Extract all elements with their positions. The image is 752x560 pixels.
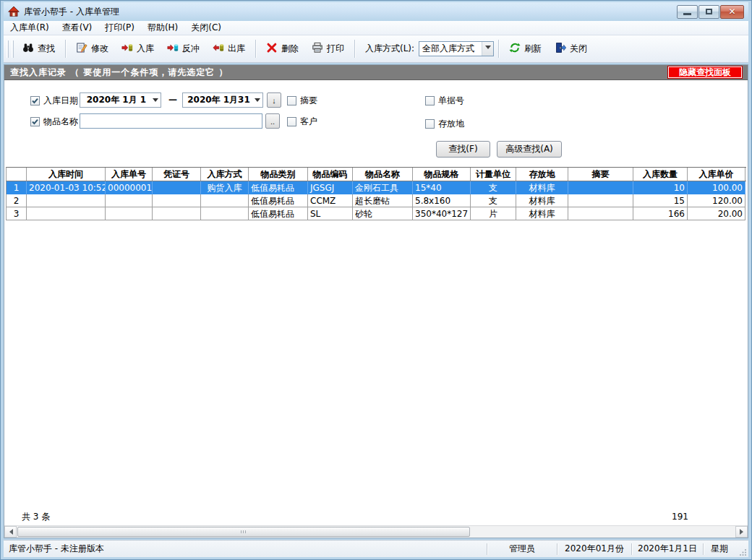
grid-column-header[interactable]: 入库单价 <box>688 168 745 181</box>
date-down-button[interactable]: ↓ <box>267 92 281 108</box>
inbound-mode-select[interactable]: 全部入库方式 <box>419 41 494 56</box>
doc-no-checkbox[interactable]: 单据号 <box>425 93 464 108</box>
delete-button[interactable]: 删除 <box>260 39 304 59</box>
chevron-down-icon[interactable] <box>482 42 493 56</box>
grid-cell[interactable] <box>201 207 249 220</box>
customer-checkbox[interactable]: 客户 <box>287 114 317 129</box>
menu-item-close[interactable]: 关闭(C) <box>184 21 228 35</box>
scrollbar-thumb[interactable] <box>17 527 470 537</box>
grid-column-header[interactable]: 入库数量 <box>633 168 688 181</box>
grid-cell[interactable]: 砂轮 <box>353 207 413 220</box>
reverse-button[interactable]: 反冲 <box>161 39 205 59</box>
grid-cell[interactable]: 20.00 <box>688 207 745 220</box>
grid-cell[interactable]: 15*40 <box>413 181 471 194</box>
scroll-left-button[interactable] <box>4 526 17 538</box>
refresh-button[interactable]: 刷新 <box>503 39 547 59</box>
horizontal-scrollbar[interactable] <box>4 525 748 538</box>
minimize-button[interactable] <box>677 5 698 19</box>
grid-cell[interactable]: 低值易耗品 <box>249 207 308 220</box>
grid-cell[interactable] <box>153 194 201 207</box>
grid-cell[interactable] <box>106 194 153 207</box>
grid-column-header[interactable]: 物品名称 <box>353 168 413 181</box>
scroll-right-button[interactable] <box>735 526 748 538</box>
grid-cell[interactable]: JGSGJ <box>308 181 353 194</box>
grid-column-header[interactable]: 物品编码 <box>308 168 353 181</box>
resize-grip-icon[interactable] <box>738 540 748 557</box>
item-name-checkbox[interactable]: 物品名称 <box>30 114 78 129</box>
grid-cell[interactable] <box>106 207 153 220</box>
grid-cell[interactable]: 金刚石工具 <box>353 181 413 194</box>
grid-cell[interactable]: 支 <box>471 194 516 207</box>
advanced-search-button[interactable]: 高级查找(A) <box>497 141 562 158</box>
grid-column-header[interactable]: 物品类别 <box>249 168 308 181</box>
hide-search-panel-button[interactable]: 隐藏查找面板 <box>668 66 742 78</box>
grid-cell[interactable]: SL <box>308 207 353 220</box>
grid-cell[interactable] <box>153 207 201 220</box>
modify-button[interactable]: 修改 <box>70 39 114 59</box>
grid-cell[interactable] <box>27 207 106 220</box>
grid-cell[interactable]: CCMZ <box>308 194 353 207</box>
date-from-select[interactable]: 2020年 1月 1 <box>80 92 161 108</box>
grid-cell[interactable]: 低值易耗品 <box>249 181 308 194</box>
grid-cell[interactable]: 5.8x160 <box>413 194 471 207</box>
date-range-checkbox[interactable]: 入库日期 <box>30 93 78 108</box>
grid-cell[interactable]: 低值易耗品 <box>249 194 308 207</box>
grid-column-header[interactable]: 入库时间 <box>27 168 106 181</box>
grid-cell[interactable]: 10 <box>633 181 688 194</box>
grid-column-header[interactable]: 存放地 <box>516 168 568 181</box>
grid-cell[interactable]: 3 <box>7 207 27 220</box>
grid-cell[interactable]: 1 <box>7 181 27 194</box>
print-button[interactable]: 打印 <box>306 39 350 59</box>
grid-column-header[interactable]: 凭证号 <box>153 168 201 181</box>
grid-row[interactable]: 12020-01-03 10:5200000001购货入库低值易耗品JGSGJ金… <box>6 181 746 194</box>
close-window-button[interactable]: 关闭 <box>549 39 593 59</box>
menu-item-view[interactable]: 查看(V) <box>56 21 99 35</box>
grid-cell[interactable]: 15 <box>633 194 688 207</box>
grid-column-header[interactable]: 计量单位 <box>471 168 516 181</box>
find-button[interactable]: 查找 <box>17 39 61 59</box>
grid-row[interactable]: 2低值易耗品CCMZ超长磨钻5.8x160支材料库15120.00 <box>6 194 746 207</box>
item-name-input[interactable] <box>80 113 262 129</box>
grid-cell[interactable] <box>201 194 249 207</box>
menu-item-help[interactable]: 帮助(H) <box>141 21 184 35</box>
grid-cell[interactable] <box>27 194 106 207</box>
inbound-button[interactable]: 入库 <box>116 39 160 59</box>
grid-cell[interactable]: 材料库 <box>516 181 568 194</box>
grid-cell[interactable]: 100.00 <box>688 181 745 194</box>
grid-cell[interactable]: 材料库 <box>516 194 568 207</box>
grid-column-header[interactable]: 入库单号 <box>106 168 153 181</box>
toolbar-gripper[interactable] <box>7 40 9 58</box>
grid-row[interactable]: 3低值易耗品SL砂轮350*40*127片材料库16620.00 <box>6 207 746 220</box>
grid-cell[interactable] <box>568 207 633 220</box>
toolbar-gripper[interactable] <box>12 40 14 58</box>
close-button[interactable]: ✕ <box>720 5 744 19</box>
menu-item-inbound-order[interactable]: 入库单(R) <box>4 21 56 35</box>
grid-cell[interactable]: 材料库 <box>516 207 568 220</box>
grid-cell[interactable]: 00000001 <box>106 181 153 194</box>
grid-cell[interactable] <box>568 194 633 207</box>
grid-cell[interactable]: 购货入库 <box>201 181 249 194</box>
grid-column-header[interactable] <box>7 168 27 181</box>
menu-item-print[interactable]: 打印(P) <box>98 21 141 35</box>
grid-cell[interactable]: 超长磨钻 <box>353 194 413 207</box>
grid-cell[interactable]: 支 <box>471 181 516 194</box>
summary-checkbox[interactable]: 摘要 <box>287 93 317 108</box>
location-checkbox[interactable]: 存放地 <box>425 116 464 131</box>
outbound-button[interactable]: 出库 <box>207 39 251 59</box>
scrollbar-track[interactable] <box>17 526 735 538</box>
grid-cell[interactable]: 2020-01-03 10:52 <box>27 181 106 194</box>
grid-cell[interactable] <box>153 181 201 194</box>
date-to-select[interactable]: 2020年 1月31 <box>182 92 263 108</box>
grid-cell[interactable]: 120.00 <box>688 194 745 207</box>
grid-cell[interactable] <box>568 181 633 194</box>
grid-cell[interactable]: 350*40*127 <box>413 207 471 220</box>
search-button[interactable]: 查找(F) <box>436 141 490 158</box>
grid-column-header[interactable]: 摘要 <box>568 168 633 181</box>
grid-column-header[interactable]: 入库方式 <box>201 168 249 181</box>
browse-button[interactable]: .. <box>265 113 280 129</box>
grid-cell[interactable]: 166 <box>633 207 688 220</box>
restore-button[interactable] <box>698 5 719 19</box>
grid-cell[interactable]: 片 <box>471 207 516 220</box>
grid-column-header[interactable]: 物品规格 <box>413 168 471 181</box>
grid-cell[interactable]: 2 <box>7 194 27 207</box>
